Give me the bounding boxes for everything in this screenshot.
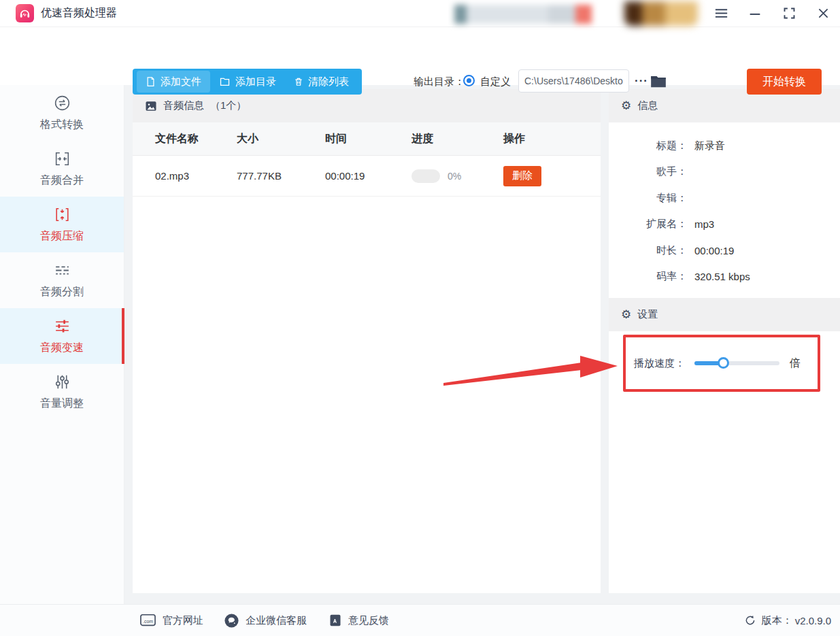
clear-list-button[interactable]: 清除列表 <box>285 71 358 93</box>
field-label-extension: 扩展名： <box>609 218 687 231</box>
sidebar-item-audio-compress[interactable]: 音频压缩 <box>0 197 124 252</box>
field-label-duration: 时长： <box>609 244 687 257</box>
version-value: v2.0.9.0 <box>795 615 831 626</box>
field-label-bitrate: 码率： <box>609 270 687 283</box>
sidebar-label: 音频变速 <box>40 341 84 355</box>
custom-radio-label: 自定义 <box>480 76 511 88</box>
feedback-link[interactable]: 意见反馈 <box>329 613 389 628</box>
sidebar-item-audio-split[interactable]: 音频分割 <box>0 252 124 308</box>
delete-button[interactable]: 删除 <box>503 166 541 186</box>
add-folder-button[interactable]: 添加目录 <box>210 71 285 93</box>
sidebar-item-format-convert[interactable]: 格式转换 <box>0 85 124 141</box>
folder-icon <box>219 76 231 87</box>
field-value-duration: 00:00:19 <box>694 245 734 256</box>
window-controls <box>713 5 840 22</box>
file-icon <box>146 76 156 87</box>
cell-time: 00:00:19 <box>325 170 411 182</box>
audio-merge-icon <box>53 150 71 168</box>
right-panel: ⚙ 信息 标题：新录音 歌手： 专辑： 扩展名：mp3 时长：00:00:19 … <box>609 89 840 593</box>
cell-filename: 02.mp3 <box>133 170 237 182</box>
col-header-action: 操作 <box>503 132 601 146</box>
website-com-icon: .com <box>139 613 156 628</box>
audio-speed-icon <box>53 317 71 335</box>
speed-unit: 倍 <box>790 356 801 371</box>
field-label-album: 专辑： <box>609 192 687 205</box>
settings-section-header: ⚙ 设置 <box>609 298 840 331</box>
gear-icon: ⚙ <box>621 309 631 320</box>
wechat-chat-icon <box>224 613 239 629</box>
info-title: 信息 <box>637 99 658 112</box>
col-header-filename: 文件名称 <box>133 132 237 146</box>
field-label-title: 标题： <box>609 139 687 152</box>
table-row: 02.mp3 777.77KB 00:00:19 0% 删除 <box>133 156 601 197</box>
sidebar-label: 音频分割 <box>40 285 84 299</box>
field-value-title: 新录音 <box>694 139 725 152</box>
field-value-bitrate: 320.51 kbps <box>694 271 750 282</box>
image-icon <box>145 100 157 112</box>
settings-title: 设置 <box>637 308 658 321</box>
app-title: 优速音频处理器 <box>41 6 117 20</box>
output-dir-label: 输出目录： <box>414 76 465 88</box>
wechat-support-link[interactable]: 企业微信客服 <box>224 613 307 629</box>
field-label-singer: 歌手： <box>609 165 687 178</box>
sidebar-item-audio-merge[interactable]: 音频合并 <box>0 141 124 197</box>
sidebar-label: 格式转换 <box>40 118 84 132</box>
sidebar-label: 音频合并 <box>40 173 84 188</box>
progress-bar <box>411 169 440 183</box>
audio-compress-icon <box>53 205 71 224</box>
annotation-highlight-box: 播放速度： 倍 <box>623 335 820 392</box>
add-folder-label: 添加目录 <box>235 76 276 88</box>
speed-label: 播放速度： <box>634 357 685 370</box>
toolbar: 添加文件 添加目录 清除列表 输出目录： 自定义 ··· 开始转换 <box>0 27 840 85</box>
version-label: 版本： <box>762 614 792 627</box>
feedback-label: 意见反馈 <box>348 614 389 627</box>
open-folder-icon[interactable] <box>650 72 667 90</box>
add-file-button[interactable]: 添加文件 <box>137 71 210 93</box>
wechat-support-label: 企业微信客服 <box>246 614 307 627</box>
format-convert-icon <box>53 94 71 112</box>
update-refresh-icon[interactable] <box>744 614 756 626</box>
browse-more-button[interactable]: ··· <box>631 69 652 93</box>
titlebar: 优速音频处理器 <box>0 0 840 27</box>
audio-split-icon <box>53 261 71 280</box>
clear-list-label: 清除列表 <box>308 76 349 88</box>
add-file-label: 添加文件 <box>161 76 201 88</box>
col-header-size: 大小 <box>237 132 325 146</box>
close-icon[interactable] <box>815 5 831 22</box>
col-header-time: 时间 <box>325 132 411 146</box>
footer: .com 官方网址 企业微信客服 意见反馈 版本： v2.0.9.0 <box>0 604 840 636</box>
feedback-icon <box>329 613 342 628</box>
website-icon-text: .com <box>143 619 153 624</box>
file-count: （1个） <box>210 99 246 112</box>
start-convert-button[interactable]: 开始转换 <box>747 69 822 95</box>
redacted-account-info <box>454 5 592 24</box>
file-actions-group: 添加文件 添加目录 清除列表 <box>133 69 362 95</box>
sidebar-label: 音频压缩 <box>40 229 84 244</box>
slider-handle[interactable] <box>718 357 729 369</box>
speed-slider[interactable] <box>694 361 779 365</box>
official-website-link[interactable]: .com 官方网址 <box>139 613 203 628</box>
gear-icon: ⚙ <box>621 100 631 112</box>
app-logo-headphones-icon <box>16 4 34 22</box>
maximize-icon[interactable] <box>781 5 797 22</box>
sidebar-label: 音量调整 <box>40 397 84 411</box>
info-fields: 标题：新录音 歌手： 专辑： 扩展名：mp3 时长：00:00:19 码率：32… <box>609 122 840 290</box>
custom-radio[interactable] <box>463 75 475 86</box>
official-website-label: 官方网址 <box>163 614 203 627</box>
redacted-user-badge <box>624 1 698 26</box>
sidebar-item-volume-adjust[interactable]: 音量调整 <box>0 364 124 420</box>
trash-icon <box>294 76 303 87</box>
version-area: 版本： v2.0.9.0 <box>744 614 831 627</box>
volume-adjust-icon <box>53 373 71 391</box>
menu-icon[interactable] <box>713 5 729 22</box>
output-path-input[interactable] <box>518 69 629 93</box>
minimize-icon[interactable] <box>747 5 763 22</box>
col-header-progress: 进度 <box>411 132 503 146</box>
sidebar: 格式转换 音频合并 音频压缩 音频分割 音频变速 音量调整 <box>0 85 124 604</box>
progress-percent: 0% <box>448 171 461 182</box>
audio-table-panel: 音频信息 （1个） 文件名称 大小 时间 进度 操作 02.mp3 777.77… <box>133 89 601 593</box>
cell-size: 777.77KB <box>237 170 325 182</box>
sidebar-item-audio-speed[interactable]: 音频变速 <box>0 308 124 364</box>
section-title: 音频信息 <box>163 99 204 112</box>
field-value-extension: mp3 <box>694 218 714 230</box>
